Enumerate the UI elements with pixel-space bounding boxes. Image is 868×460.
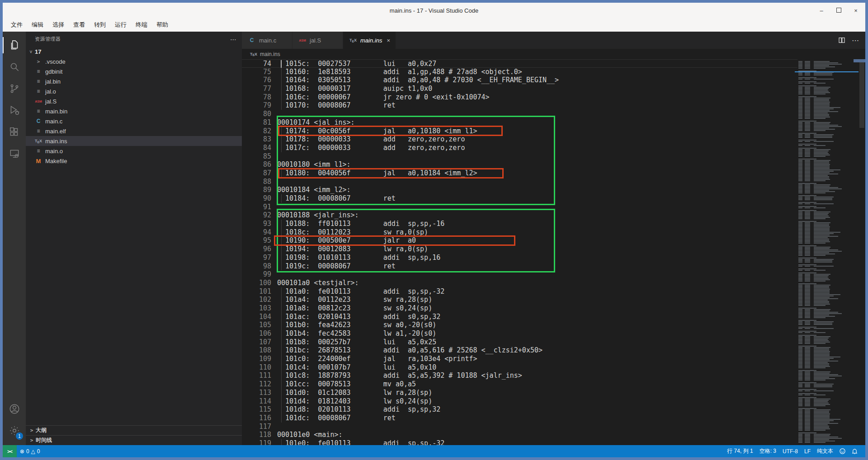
code-line[interactable]: 100000101a0 <testjalr>: [242,279,797,287]
code-line[interactable]: 80 [242,110,797,118]
menu-item-3[interactable]: 查看 [69,19,90,30]
code-line[interactable]: 114 101d4: 01812403 lw s0,24(sp) [242,397,797,406]
code-line[interactable]: 110 101c4: 000107b7 lui a5,0x10 [242,363,797,372]
code-line[interactable]: 8900010184 <imm_l2>: [242,186,797,194]
tree-root-folder[interactable]: > 17 [26,47,242,56]
code-line[interactable]: 91 [242,203,797,211]
scrollbar-thumb[interactable] [859,60,864,128]
tab-jal.S[interactable]: ASMjal.S [292,32,343,49]
source-control-icon[interactable] [3,78,26,99]
menu-item-6[interactable]: 终端 [131,19,152,30]
status-item-0[interactable]: 行 74, 列 1 [724,445,756,457]
tree-item-.vscode[interactable]: >.vscode [26,56,242,66]
titlebar[interactable]: main.ins - 17 - Visual Studio Code – × [3,3,865,18]
run-debug-icon[interactable] [3,99,26,121]
code-line[interactable]: 88 [242,178,797,186]
feedback-icon[interactable] [836,448,849,455]
close-icon[interactable]: × [853,7,859,14]
code-lines[interactable]: 74 1015c: 00027537 lui a0,0x2775 10160: … [242,59,797,445]
code-line[interactable]: 106 101b4: fec42583 lw a1,-20(s0) [242,329,797,338]
menu-item-4[interactable]: 转到 [90,19,110,30]
status-item-3[interactable]: LF [801,445,814,457]
more-actions-icon[interactable]: ⋯ [852,36,859,45]
close-icon[interactable]: × [387,37,390,44]
menu-item-5[interactable]: 运行 [110,19,131,30]
remote-explorer-icon[interactable] [3,143,26,164]
code-line[interactable]: 78 1016c: 00000067 jr zero # 0 <exit-0x1… [242,93,797,102]
explorer-icon[interactable] [3,34,26,56]
tree-item-jal.bin[interactable]: ≡jal.bin [26,76,242,86]
minimap[interactable] [797,59,859,445]
status-item-4[interactable]: 纯文本 [814,445,836,457]
status-item-2[interactable]: UTF-8 [779,445,801,457]
code-line[interactable]: 85 [242,152,797,161]
code-line[interactable]: 98 1019c: 00008067 ret [242,262,797,271]
code-line[interactable]: 79 10170: 00008067 ret [242,101,797,110]
tree-item-main.c[interactable]: Cmain.c [26,116,242,126]
code-line[interactable]: 115 101d8: 02010113 addi sp,sp,32 [242,405,797,414]
code-line[interactable]: 116 101dc: 00008067 ret [242,414,797,422]
account-icon[interactable] [3,398,26,420]
code-line[interactable]: 74 1015c: 00027537 lui a0,0x27 [242,59,797,68]
tree-item-Makefile[interactable]: MMakefile [26,156,242,166]
menu-item-2[interactable]: 选择 [48,19,69,30]
code-line[interactable]: 118000101e0 <main>: [242,431,797,439]
code-line[interactable]: 107 101b8: 000257b7 lui a5,0x25 [242,338,797,347]
scrollbar[interactable] [859,59,865,445]
code-line[interactable]: 77 10168: 00000317 auipc t1,0x0 [242,84,797,93]
problems-status[interactable]: ⊗ 0 △ 0 [17,445,43,457]
code-line[interactable]: 112 101cc: 00078513 mv a0,a5 [242,380,797,389]
tab-main.ins[interactable]: TEXmain.ins× [343,32,396,49]
code-line[interactable]: 109 101c0: 224000ef jal ra,103e4 <printf… [242,355,797,363]
tree-item-main.ins[interactable]: TEXmain.ins [26,136,242,146]
breadcrumb[interactable]: TEX main.ins [242,49,865,59]
tree-item-jal.o[interactable]: ≡jal.o [26,86,242,96]
status-item-1[interactable]: 空格: 3 [756,445,779,457]
code-line[interactable]: 104 101ac: 02010413 addi s0,sp,32 [242,313,797,321]
code-line[interactable]: 105 101b0: fea42623 sw a0,-20(s0) [242,321,797,329]
code-line[interactable]: 8100010174 <jal_ins>: [242,118,797,127]
tree-item-main.elf[interactable]: ≡main.elf [26,126,242,136]
code-line[interactable]: 90 10184: 00008067 ret [242,194,797,203]
code-line[interactable]: 93 10188: ff010113 addi sp,sp,-16 [242,220,797,228]
code-line[interactable]: 111 101c8: 18878793 addi a5,a5,392 # 101… [242,371,797,380]
sidebar-section-1[interactable]: >时间线 [26,435,242,445]
code-line[interactable]: 84 1017c: 00000033 add zero,zero,zero [242,144,797,152]
maximize-icon[interactable] [835,7,842,14]
minimize-icon[interactable]: – [818,7,825,14]
tree-item-jal.S[interactable]: ASMjal.S [26,96,242,106]
tab-main.c[interactable]: Cmain.c [242,32,292,49]
code-line[interactable]: 96 10194: 00012083 lw ra,0(sp) [242,245,797,253]
code-line[interactable]: 95 10190: 000500e7 jalr a0 [242,236,797,245]
code-line[interactable]: 101 101a0: fe010113 addi sp,sp,-32 [242,287,797,296]
code-line[interactable]: 117 [242,422,797,431]
sidebar-section-0[interactable]: >大纲 [26,425,242,435]
code-line[interactable]: 94 1018c: 00112023 sw ra,0(sp) [242,228,797,237]
code-line[interactable]: 83 10178: 00000033 add zero,zero,zero [242,135,797,144]
code-line[interactable]: 99 [242,270,797,279]
code-line[interactable]: 8600010180 <imm_l1>: [242,160,797,169]
menu-item-1[interactable]: 编辑 [27,19,48,30]
manage-icon[interactable]: 1 [3,420,26,441]
tree-item-main.o[interactable]: ≡main.o [26,146,242,156]
search-icon[interactable] [3,56,26,78]
code-line[interactable]: 75 10160: 1e818593 addi a1,gp,488 # 27ad… [242,68,797,76]
code-line[interactable]: 9200010188 <jalr_ins>: [242,211,797,220]
remote-indicator[interactable]: >< [3,445,17,457]
code-line[interactable]: 76 10164: 03050513 addi a0,a0,48 # 27030… [242,76,797,84]
tree-item-gdbinit[interactable]: ≡gdbinit [26,66,242,76]
code-line[interactable]: 102 101a4: 00112e23 sw ra,28(sp) [242,296,797,304]
code-line[interactable]: 87 10180: 0040056f jal a0,10184 <imm_l2> [242,169,797,178]
code-line[interactable]: 97 10198: 01010113 addi sp,sp,16 [242,253,797,262]
code-line[interactable]: 113 101d0: 01c12083 lw ra,28(sp) [242,389,797,397]
split-editor-icon[interactable] [838,37,845,44]
code-line[interactable]: 103 101a8: 00812c23 sw s0,24(sp) [242,304,797,313]
extensions-icon[interactable] [3,121,26,143]
menu-item-0[interactable]: 文件 [6,19,27,30]
code-line[interactable]: 82 10174: 00c0056f jal a0,10180 <imm_l1> [242,127,797,136]
tree-item-main.bin[interactable]: ≡main.bin [26,106,242,116]
more-actions-icon[interactable]: ⋯ [230,36,236,43]
menu-item-7[interactable]: 帮助 [152,19,173,30]
code-line[interactable]: 119 101e0: fe010113 addi sp,sp,-32 [242,439,797,445]
code-line[interactable]: 108 101bc: 26878513 addi a0,a5,616 # 252… [242,346,797,355]
